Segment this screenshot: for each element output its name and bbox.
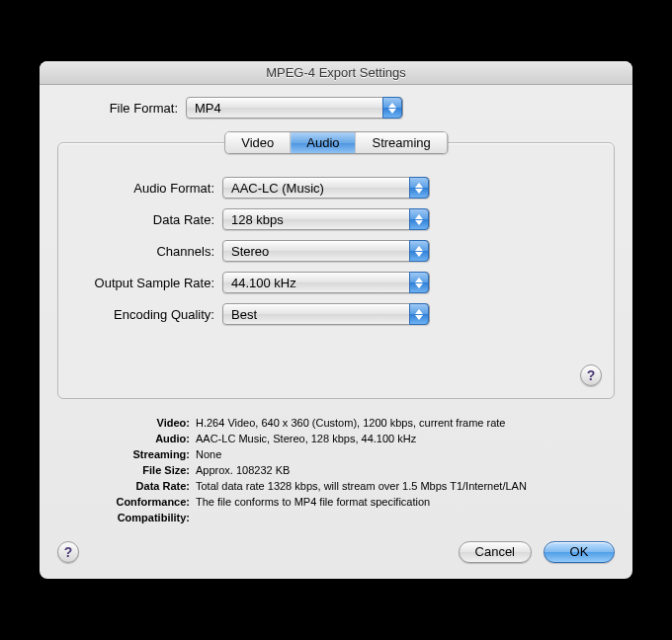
summary-audio-value: AAC-LC Music, Stereo, 128 kbps, 44.100 k… — [196, 431, 615, 446]
svg-marker-2 — [415, 183, 423, 188]
encoding-quality-value: Best — [231, 307, 257, 322]
svg-marker-10 — [415, 309, 423, 314]
group-help-button[interactable]: ? — [580, 364, 602, 386]
audio-format-select[interactable]: AAC-LC (Music) — [222, 177, 430, 199]
sample-rate-select[interactable]: 44.100 kHz — [222, 272, 430, 293]
svg-marker-11 — [415, 315, 423, 320]
summary: Video: H.264 Video, 640 x 360 (Custom), … — [57, 415, 615, 525]
file-format-select[interactable]: MP4 — [186, 97, 403, 119]
svg-marker-0 — [388, 103, 396, 108]
tab-bar: Video Audio Streaming — [224, 131, 448, 154]
svg-marker-8 — [415, 278, 423, 282]
summary-streaming-label: Streaming: — [57, 446, 196, 462]
encoding-quality-select[interactable]: Best — [222, 303, 430, 325]
channels-label: Channels: — [74, 244, 222, 259]
svg-marker-6 — [415, 246, 423, 251]
summary-datarate-value: Total data rate 1328 kbps, will stream o… — [196, 478, 615, 494]
channels-value: Stereo — [231, 244, 269, 259]
settings-group: Video Audio Streaming Audio Format: AAC-… — [57, 142, 615, 399]
cancel-button[interactable]: Cancel — [459, 541, 532, 563]
audio-data-rate-select[interactable]: 128 kbps — [222, 208, 430, 230]
svg-marker-5 — [415, 220, 423, 225]
updown-icon — [409, 272, 429, 293]
svg-marker-3 — [415, 189, 423, 194]
summary-datarate-label: Data Rate: — [57, 478, 196, 494]
svg-marker-9 — [415, 283, 423, 288]
summary-video-label: Video: — [57, 415, 196, 431]
tab-audio[interactable]: Audio — [291, 132, 356, 153]
ok-button[interactable]: OK — [544, 541, 615, 563]
tab-streaming[interactable]: Streaming — [357, 132, 447, 153]
window-help-button[interactable]: ? — [57, 541, 79, 563]
encoding-quality-label: Encoding Quality: — [74, 307, 222, 322]
updown-icon — [409, 208, 429, 230]
help-icon: ? — [64, 544, 73, 560]
summary-filesize-label: File Size: — [57, 462, 196, 478]
channels-select[interactable]: Stereo — [222, 240, 430, 262]
file-format-label: File Format: — [40, 101, 186, 116]
window-title: MPEG-4 Export Settings — [266, 65, 406, 80]
summary-compatibility-label: Compatibility: — [57, 510, 196, 525]
help-icon: ? — [587, 367, 596, 383]
svg-marker-7 — [415, 252, 423, 257]
audio-data-rate-value: 128 kbps — [231, 212, 284, 227]
sample-rate-label: Output Sample Rate: — [74, 276, 222, 290]
data-rate-label: Data Rate: — [74, 212, 222, 227]
svg-marker-4 — [415, 214, 423, 219]
updown-icon — [409, 177, 429, 199]
file-format-value: MP4 — [195, 101, 221, 116]
svg-marker-1 — [388, 109, 396, 114]
footer: ? Cancel OK — [57, 541, 615, 563]
audio-format-value: AAC-LC (Music) — [231, 181, 324, 196]
window-content: File Format: MP4 Video Audio Streaming A… — [40, 85, 632, 579]
tab-video[interactable]: Video — [225, 132, 291, 153]
summary-video-value: H.264 Video, 640 x 360 (Custom), 1200 kb… — [196, 415, 615, 431]
summary-compatibility-value — [196, 510, 615, 525]
summary-audio-label: Audio: — [57, 431, 196, 446]
sample-rate-value: 44.100 kHz — [231, 276, 296, 290]
export-settings-window: MPEG-4 Export Settings File Format: MP4 … — [40, 61, 632, 579]
summary-conformance-value: The file conforms to MP4 file format spe… — [196, 494, 615, 510]
summary-filesize-value: Approx. 108232 KB — [196, 462, 615, 478]
updown-icon — [409, 303, 429, 325]
audio-format-label: Audio Format: — [74, 181, 222, 196]
summary-streaming-value: None — [196, 446, 615, 462]
summary-conformance-label: Conformance: — [57, 494, 196, 510]
updown-icon — [382, 97, 402, 119]
updown-icon — [409, 240, 429, 262]
window-titlebar: MPEG-4 Export Settings — [40, 61, 632, 85]
